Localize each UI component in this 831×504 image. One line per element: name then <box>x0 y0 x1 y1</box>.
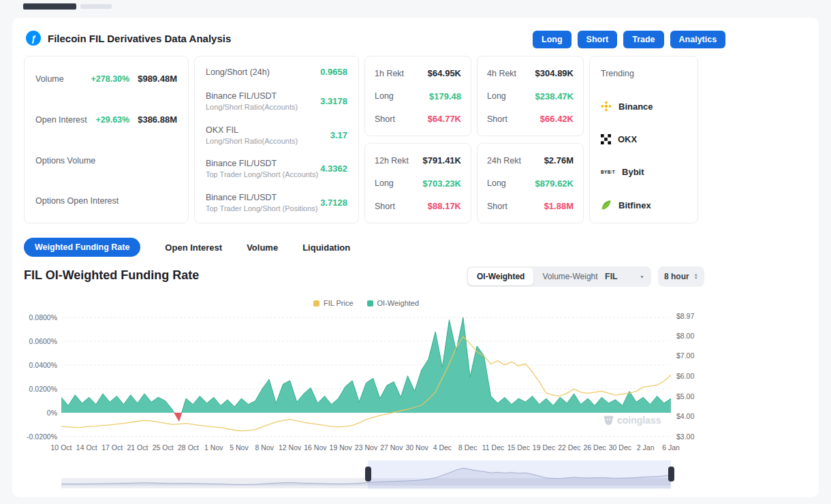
rekt-short-value: $64.77K <box>428 114 461 124</box>
tab-open-interest[interactable]: Open Interest <box>165 242 222 253</box>
trending-card: Trending Binance OKX BYBIT Bybit Bitfine… <box>589 56 698 223</box>
date-axis-tick: 4 Dec <box>433 443 452 452</box>
rekt-long-value: $179.48 <box>429 91 461 101</box>
page-title: Filecoin FIL Derivatives Data Analysis <box>48 33 231 44</box>
short-button[interactable]: Short <box>578 31 618 48</box>
date-axis-tick: 27 Nov <box>380 443 403 452</box>
volume-label: Volume <box>35 74 64 84</box>
rekt-period-label: 4h Rekt <box>487 69 516 78</box>
tab-volume[interactable]: Volume <box>247 242 278 253</box>
oi-weighted-toggle[interactable]: OI-Weighted <box>468 268 533 285</box>
bitfinex-leaf-icon <box>601 200 612 210</box>
trending-item-okx[interactable]: OKX <box>601 134 687 144</box>
ratio-label: Binance FIL/USDT <box>206 91 298 101</box>
volume-change: +278.30% <box>91 74 130 84</box>
date-axis-tick: 8 Dec <box>458 443 477 452</box>
ratio-sublabel: Long/Short Ratio(Accounts) <box>206 103 298 111</box>
tab-liquidation[interactable]: Liquidation <box>302 242 350 253</box>
ratio-label: Binance FIL/USDT <box>206 193 317 202</box>
rekt-card-1h: 1h Rekt$64.95K Long$179.48 Short$64.77K <box>364 56 471 136</box>
chart-legend: FIL Price OI-Weighted <box>61 299 671 307</box>
funding-axis-tick: 0.0800% <box>29 313 57 321</box>
ratio-label: OKX FIL <box>206 125 298 135</box>
chevron-down-icon: ▼ <box>640 274 644 279</box>
chart-tabs: Weighted Funding Rate Open Interest Volu… <box>24 238 350 257</box>
price-axis-tick: $5.00 <box>676 392 694 400</box>
symbol-select[interactable]: FIL ▼ <box>598 266 651 287</box>
analytics-button[interactable]: Analytics <box>670 31 726 48</box>
volume-value: $989.48M <box>138 74 177 84</box>
rekt-total: $304.89K <box>535 68 574 78</box>
legend-fil-price[interactable]: FIL Price <box>313 299 354 307</box>
date-axis-tick: 28 Oct <box>178 443 199 452</box>
ratio-row: OKX FILLong/Short Ratio(Accounts) 3.17 <box>206 125 347 145</box>
ratio-value: 4.3362 <box>320 163 347 174</box>
rekt-short-value: $1.88M <box>544 201 574 211</box>
options-volume-row: Options Volume <box>35 156 177 166</box>
ratio-label: Long/Short (24h) <box>206 67 270 77</box>
coinglass-gorilla-icon <box>603 415 614 426</box>
open-interest-value: $386.88M <box>138 114 177 125</box>
options-open-interest-label: Options Open Interest <box>35 196 119 206</box>
weight-toggle: OI-Weighted Volume-Weighted <box>467 266 617 287</box>
date-axis-tick: 6 Jan <box>662 443 680 452</box>
price-axis-tick: $4.00 <box>676 412 694 420</box>
date-axis-tick: 5 Nov <box>230 443 248 452</box>
trending-item-binance[interactable]: Binance <box>601 101 687 112</box>
trending-item-bitfinex[interactable]: Bitfinex <box>601 200 687 210</box>
ratio-row: Binance FIL/USDTTop Trader Long/Short (P… <box>206 193 347 212</box>
rekt-total: $64.95K <box>428 68 461 78</box>
date-axis-tick: 30 Dec <box>609 443 631 452</box>
oi-weighted-swatch <box>367 300 373 306</box>
ratio-row: Binance FIL/USDTTop Trader Long/Short (A… <box>206 159 347 178</box>
rekt-short-value: $88.17K <box>428 201 461 211</box>
binance-icon <box>601 101 612 112</box>
navigator-right-handle[interactable] <box>668 467 674 482</box>
rekt-long-value: $879.62K <box>535 178 574 189</box>
open-interest-row: Open Interest +29.63% $386.88M <box>35 114 177 125</box>
trade-button[interactable]: Trade <box>623 31 663 48</box>
funding-axis-tick: 0% <box>47 409 57 417</box>
ratio-value: 3.17 <box>330 130 347 140</box>
ratio-value: 3.3178 <box>320 96 347 106</box>
chart-title: FIL OI-Weighted Funding Rate <box>24 268 199 283</box>
date-axis-tick: 30 Nov <box>405 443 428 452</box>
navigator-left-handle[interactable] <box>365 467 371 482</box>
page-header: ƒ Filecoin FIL Derivatives Data Analysis <box>26 31 231 46</box>
ratio-sublabel: Top Trader Long/Short (Accounts) <box>206 170 318 178</box>
okx-icon <box>601 134 611 144</box>
price-axis-tick: $3.00 <box>676 432 694 441</box>
date-axis-tick: 25 Oct <box>153 443 174 452</box>
rekt-total: $2.76M <box>544 155 574 166</box>
rekt-card-12h: 12h Rekt$791.41K Long$703.23K Short$88.1… <box>364 143 471 223</box>
legend-oi-weighted[interactable]: OI-Weighted <box>367 299 420 307</box>
topbar-fragment <box>23 3 76 10</box>
price-axis-tick: $7.00 <box>676 351 694 360</box>
long-button[interactable]: Long <box>533 31 571 48</box>
coinglass-derivatives-page: ƒ Filecoin FIL Derivatives Data Analysis… <box>0 0 831 504</box>
ratio-sublabel: Top Trader Long/Short (Positions) <box>206 204 317 212</box>
rekt-period-label: 12h Rekt <box>375 156 409 166</box>
price-axis-tick: $8.00 <box>676 332 694 340</box>
rekt-period-label: 1h Rekt <box>375 69 404 78</box>
date-axis-tick: 22 Dec <box>558 443 580 452</box>
date-axis-tick: 15 Dec <box>507 443 530 452</box>
topbar-fragment-light <box>80 4 112 9</box>
date-axis-tick: 10 Oct <box>51 443 72 452</box>
ratio-row: Binance FIL/USDTLong/Short Ratio(Account… <box>206 91 347 111</box>
ratio-value: 0.9658 <box>320 67 347 77</box>
date-axis-tick: 11 Dec <box>482 443 505 452</box>
coinglass-watermark: coinglass <box>603 415 661 426</box>
date-axis-tick: 8 Nov <box>255 443 274 452</box>
long-short-ratios-card: Long/Short (24h) 0.9658 Binance FIL/USDT… <box>194 56 359 223</box>
funding-rate-chart[interactable] <box>61 312 671 441</box>
rekt-long-value: $703.23K <box>423 178 461 189</box>
date-axis-tick: 26 Dec <box>583 443 606 452</box>
date-axis-tick: 1 Nov <box>204 443 223 452</box>
trending-item-bybit[interactable]: BYBIT Bybit <box>601 167 687 177</box>
rekt-period-label: 24h Rekt <box>487 156 521 166</box>
tab-weighted-funding-rate[interactable]: Weighted Funding Rate <box>24 238 140 257</box>
date-axis-tick: 19 Dec <box>533 443 555 452</box>
price-axis-tick: $8.97 <box>676 312 694 320</box>
interval-stepper[interactable]: 8 hour ▲▼ <box>658 266 704 287</box>
